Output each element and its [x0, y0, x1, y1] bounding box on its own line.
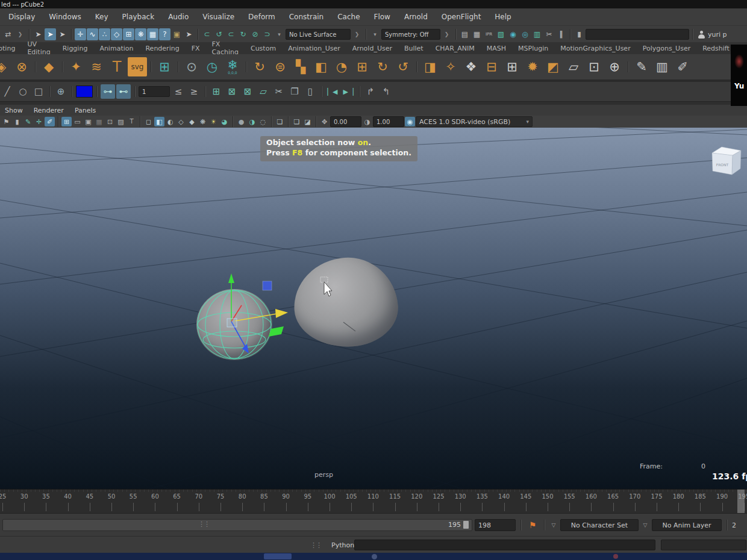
command-line-grip-icon[interactable]: ⋮⋮ — [310, 541, 321, 549]
command-language-label[interactable]: Python — [331, 541, 354, 549]
view-cube[interactable]: FRONT — [706, 140, 745, 179]
scene-end-field[interactable]: 198 — [475, 519, 516, 531]
pan-views-icon[interactable]: ⇄ — [2, 28, 14, 40]
no-construction-icon[interactable]: ⊘ — [249, 28, 261, 40]
menu-arnold[interactable]: Arnold — [404, 13, 428, 21]
select-object-icon[interactable]: ➤ — [45, 28, 56, 40]
smooth-mesh-icon[interactable]: ↻ — [250, 57, 269, 76]
snap-view-icon[interactable]: ⊞ — [123, 28, 134, 40]
material-icon[interactable]: ◇ — [176, 117, 186, 126]
menu-playback[interactable]: Playback — [122, 13, 155, 21]
snap-point-icon[interactable]: ∴ — [99, 28, 110, 40]
rotate-ccw-icon[interactable]: ↺ — [393, 57, 413, 76]
bridge-icon[interactable]: ⊞ — [502, 57, 522, 76]
fold-icon[interactable]: ◩ — [543, 57, 563, 76]
delete-vertex-icon[interactable]: ⊠ — [240, 84, 255, 99]
menu-visualize[interactable]: Visualize — [202, 13, 234, 21]
symmetry-field[interactable]: Symmetry: Off — [381, 29, 440, 40]
select-hierarchy-icon[interactable]: ➤ — [33, 28, 44, 40]
bevel-icon[interactable]: ✧ — [441, 57, 460, 76]
wireframe-mode-icon[interactable]: ◻ — [143, 117, 154, 126]
sculpt-pencil-icon[interactable]: ✎ — [23, 117, 33, 126]
shelf-tab-animation[interactable]: Animation — [99, 45, 133, 52]
curve-ribbon-icon[interactable]: ≋ — [87, 57, 106, 76]
isolate-select-icon[interactable]: ❏ — [275, 117, 285, 126]
lasso-circle-icon[interactable]: ○ — [16, 84, 30, 99]
retopologize-icon[interactable]: ⊜ — [270, 57, 290, 76]
render-settings-icon[interactable]: ▧ — [495, 28, 507, 40]
paste-icon[interactable]: ▯ — [303, 84, 317, 99]
snap-to-origin-icon[interactable]: ❄0,0,0 — [223, 57, 242, 76]
select-component-icon[interactable]: ➤ — [57, 28, 68, 40]
range-grip-icon[interactable]: ⋮⋮ — [198, 520, 209, 528]
cut-tool-icon[interactable]: ✂ — [272, 84, 286, 99]
shelf-tab-rigging[interactable]: Rigging — [63, 45, 88, 52]
node-preset-a-icon[interactable]: ⊶ — [101, 84, 115, 99]
character-set-field[interactable]: No Character Set — [560, 519, 639, 531]
step-back-frame-icon[interactable]: ▏◀ — [325, 84, 340, 99]
render-view-icon[interactable]: ▤ — [459, 28, 470, 40]
expand-group-icon[interactable]: ❯ — [14, 28, 26, 40]
range-end-handle[interactable] — [463, 521, 469, 529]
shelf-tab-bullet[interactable]: Bullet — [404, 45, 424, 52]
target-weld-icon[interactable]: ⊡ — [584, 57, 604, 76]
freeze-transform-icon[interactable]: ⊃ — [261, 28, 273, 40]
bookmark-flag-icon[interactable]: ⚑ — [1, 117, 11, 126]
node-preset-b-icon[interactable]: ⊷ — [116, 84, 131, 99]
measure-tool-icon[interactable]: ⊙ — [182, 57, 201, 76]
rotate-cw-icon[interactable]: ↻ — [373, 57, 392, 76]
lasso-line-icon[interactable]: ╱ — [0, 84, 14, 99]
input-connections-icon[interactable]: ⊂ — [201, 28, 213, 40]
extrude-icon[interactable]: ◨ — [420, 57, 440, 76]
combine-icon[interactable]: ▚ — [291, 57, 310, 76]
blob-mesh-right[interactable] — [291, 254, 401, 350]
wand-icon[interactable]: ✛ — [34, 117, 44, 126]
output-connections-icon[interactable]: ↺ — [213, 28, 225, 40]
overlay-window[interactable]: Yu — [731, 45, 747, 106]
shelf-tab-redshift[interactable]: Redshift — [702, 45, 730, 52]
resolution-gate-icon[interactable]: ▣ — [83, 117, 93, 126]
quad-tiles-icon[interactable]: ❖ — [461, 57, 481, 76]
shelf-tab-polygons-user[interactable]: Polygons_User — [643, 45, 691, 52]
menu-deform[interactable]: Deform — [248, 13, 275, 21]
sweep-star-icon[interactable]: ✦ — [66, 57, 86, 76]
duplicate-face-icon[interactable]: ▱ — [256, 84, 270, 99]
platonic-solid-icon[interactable]: ◆ — [39, 57, 58, 76]
anim-layer-field[interactable]: No Anim Layer — [652, 519, 722, 531]
texture-hex-icon[interactable]: ◆ — [187, 117, 197, 126]
menu-help[interactable]: Help — [495, 13, 511, 21]
blob-mesh-selected[interactable] — [196, 289, 272, 360]
grid-toggle-icon[interactable]: ⊞ — [61, 117, 72, 126]
character-set-menu-icon[interactable]: ▽ — [549, 523, 558, 528]
stack-layers-icon[interactable]: ▱ — [564, 57, 583, 76]
edge-slide-icon[interactable]: ▥ — [652, 57, 672, 76]
paint-select-icon[interactable]: ⊕ — [54, 84, 68, 99]
shadows-icon[interactable]: ◕ — [219, 117, 230, 126]
menu-key[interactable]: Key — [95, 13, 108, 21]
field-chart-icon[interactable]: ⊡ — [105, 117, 115, 126]
pane-layout-b-icon[interactable]: ◪ — [302, 117, 313, 126]
hypershade-icon[interactable]: ◎ — [519, 28, 531, 40]
snap-center-icon[interactable]: ❋ — [135, 28, 146, 40]
menu-flow[interactable]: Flow — [374, 13, 390, 21]
shelf-tab-fx[interactable]: FX — [192, 45, 200, 52]
prev-edit-icon[interactable]: ≤ — [171, 84, 186, 99]
snap-grid-icon[interactable]: ✛ — [75, 28, 86, 40]
symmetry-menu-icon[interactable]: ▾ — [369, 28, 381, 40]
z-plane-handle[interactable] — [263, 281, 272, 290]
menu-cache[interactable]: Cache — [337, 13, 360, 21]
pin-bookmark-icon[interactable]: ▮ — [12, 117, 22, 126]
unfold-cube-icon[interactable]: ⊟ — [482, 57, 501, 76]
film-gate-icon[interactable]: ▭ — [72, 117, 83, 126]
menu-windows[interactable]: Windows — [49, 13, 81, 21]
wheel-icon[interactable]: ✹ — [523, 57, 542, 76]
division-level-field[interactable]: 1 — [139, 86, 170, 97]
history-toggle-icon[interactable]: ⊂ — [225, 28, 237, 40]
shelf-tab-animation-user[interactable]: Animation_User — [288, 45, 340, 52]
type-tool-icon[interactable]: T — [107, 57, 127, 76]
panel-menu-renderer[interactable]: Renderer — [34, 107, 64, 114]
menu-display[interactable]: Display — [8, 13, 35, 21]
add-bookmark-icon[interactable]: ⚑ — [526, 519, 539, 531]
remesh-icon[interactable]: ⊞ — [352, 57, 372, 76]
transfer-in-icon[interactable]: ↱ — [363, 84, 378, 99]
